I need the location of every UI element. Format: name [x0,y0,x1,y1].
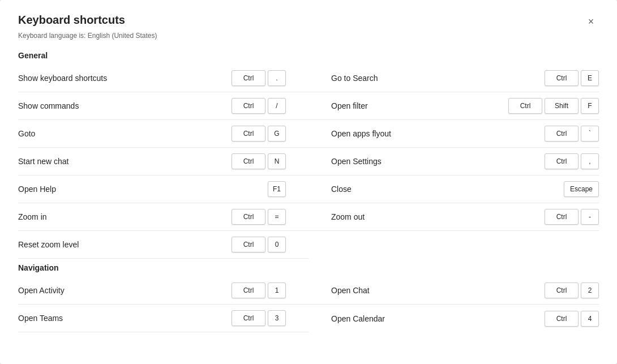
shortcut-keys: CtrlShiftF [508,98,599,114]
shortcut-label: Open Help [18,185,268,194]
shortcut-keys: CtrlE [545,70,599,86]
shortcut-keys: Ctrl4 [545,311,599,327]
shortcut-row-right-0-6 [308,231,599,259]
key-badge: - [581,209,599,225]
shortcut-row-left-0-2: GotoCtrlG [18,120,308,148]
key-badge: E [581,70,599,86]
key-badge: Ctrl [232,209,265,225]
key-badge: F1 [268,181,286,197]
shortcut-row-left-0-5: Zoom inCtrl= [18,203,308,231]
key-badge: Ctrl [232,126,265,142]
key-badge: ` [581,126,599,142]
key-badge: = [268,209,286,225]
shortcut-keys: Ctrl2 [545,282,599,298]
key-badge: Ctrl [232,237,265,252]
shortcut-row-right-1-0: Open ChatCtrl2 [308,277,599,305]
dialog-header: Keyboard shortcuts × [18,14,599,29]
shortcut-row-right-0-5: Zoom outCtrl- [308,203,599,231]
shortcut-keys: Ctrl= [232,209,286,225]
key-badge: Ctrl [545,282,579,298]
key-badge: N [268,153,286,169]
shortcut-label: Show keyboard shortcuts [18,74,232,83]
shortcut-keys: Ctrl` [545,126,599,142]
shortcut-label: Open Settings [331,157,545,166]
key-badge: Shift [545,98,579,114]
shortcut-label: Show commands [18,101,232,110]
key-badge: 0 [268,237,286,252]
key-badge: G [268,126,286,142]
shortcut-label: Go to Search [331,74,545,83]
shortcut-keys: Ctrl. [232,70,286,86]
key-badge: Ctrl [545,70,579,86]
shortcut-row-right-0-2: Open apps flyoutCtrl` [308,120,599,148]
shortcut-row-right-0-0: Go to SearchCtrlE [308,65,599,92]
shortcut-label: Open Chat [331,286,545,295]
shortcut-label: Goto [18,129,232,138]
section-title-general: General [18,51,599,60]
shortcut-row-left-1-1: Open TeamsCtrl3 [18,305,308,332]
shortcuts-grid-navigation: Open ActivityCtrl1Open ChatCtrl2Open Tea… [18,277,599,332]
key-badge: Ctrl [232,153,265,169]
shortcut-label: Zoom in [18,212,232,221]
key-badge: 1 [268,282,286,298]
key-badge: Ctrl [545,209,579,225]
shortcut-label: Open Calendar [331,314,545,323]
shortcut-keys: Ctrl0 [232,237,286,252]
shortcut-label: Open apps flyout [331,129,545,138]
shortcut-keys: Escape [564,181,599,197]
shortcut-keys: Ctrl/ [232,98,286,114]
shortcut-keys: CtrlN [232,153,286,169]
shortcut-keys: Ctrl1 [232,282,286,298]
shortcut-label: Reset zoom level [18,240,232,249]
shortcut-row-left-0-1: Show commandsCtrl/ [18,92,308,120]
shortcuts-content: GeneralShow keyboard shortcutsCtrl.Go to… [18,51,599,332]
shortcut-row-left-0-6: Reset zoom levelCtrl0 [18,231,308,259]
shortcut-row-right-0-1: Open filterCtrlShiftF [308,92,599,120]
section-title-navigation: Navigation [18,263,599,272]
keyboard-shortcuts-dialog: Keyboard shortcuts × Keyboard language i… [0,0,617,364]
key-badge: Ctrl [232,70,265,86]
shortcuts-grid-general: Show keyboard shortcutsCtrl.Go to Search… [18,65,599,259]
key-badge: Ctrl [232,98,265,114]
key-badge: 2 [581,282,599,298]
shortcut-label: Close [331,185,564,194]
shortcut-label: Start new chat [18,157,232,166]
shortcut-keys: Ctrl- [545,209,599,225]
shortcut-keys: Ctrl3 [232,310,286,326]
key-badge: 4 [581,311,599,327]
shortcut-row-left-0-4: Open HelpF1 [18,175,308,203]
dialog-title: Keyboard shortcuts [18,14,125,27]
key-badge: , [581,153,599,169]
key-badge: / [268,98,286,114]
key-badge: F [581,98,599,114]
shortcut-row-right-0-4: CloseEscape [308,175,599,203]
shortcut-keys: Ctrl, [545,153,599,169]
key-badge: Ctrl [545,311,579,327]
key-badge: Ctrl [508,98,542,114]
close-button[interactable]: × [583,14,599,29]
shortcut-row-left-0-3: Start new chatCtrlN [18,148,308,175]
key-badge: Escape [564,181,599,197]
shortcut-label: Zoom out [331,212,545,221]
shortcut-keys: F1 [268,181,286,197]
key-badge: Ctrl [545,126,579,142]
dialog-subtitle: Keyboard language is: English (United St… [18,32,599,40]
shortcut-row-left-0-0: Show keyboard shortcutsCtrl. [18,65,308,92]
shortcut-label: Open Activity [18,286,232,295]
key-badge: Ctrl [545,153,579,169]
key-badge: 3 [268,310,286,326]
shortcut-row-right-0-3: Open SettingsCtrl, [308,148,599,175]
shortcut-keys: CtrlG [232,126,286,142]
key-badge: Ctrl [232,310,265,326]
shortcut-label: Open filter [331,101,508,110]
key-badge: . [268,70,286,86]
key-badge: Ctrl [232,282,265,298]
shortcut-row-left-1-0: Open ActivityCtrl1 [18,277,308,305]
shortcut-row-right-1-1: Open CalendarCtrl4 [308,305,599,332]
shortcut-label: Open Teams [18,314,232,323]
